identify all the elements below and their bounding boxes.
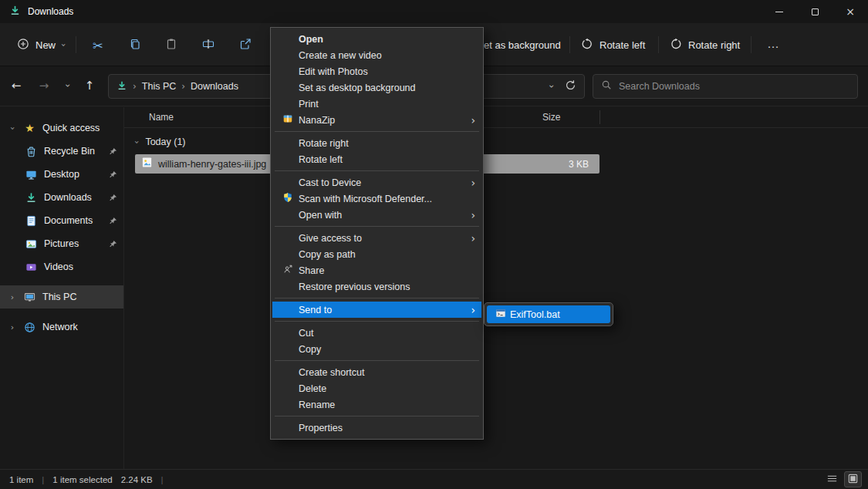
sidebar-item-quick-access[interactable]: › ★ Quick access xyxy=(0,116,123,140)
file-list-pane: Name Size › Today (1) william-henry-gate… xyxy=(123,107,868,469)
context-menu-item-open-with[interactable]: Open with › xyxy=(272,207,481,223)
breadcrumb-downloads[interactable]: Downloads xyxy=(191,81,238,92)
sidebar-item-label: This PC xyxy=(42,292,76,302)
group-header-today[interactable]: › Today (1) xyxy=(135,137,868,147)
search-input[interactable] xyxy=(619,81,849,92)
context-menu-item-print[interactable]: Print xyxy=(272,96,481,112)
chevron-down-icon: › xyxy=(8,123,18,133)
context-menu-item-share[interactable]: Share xyxy=(272,262,481,278)
toolbar-divider xyxy=(658,36,659,53)
sidebar-item-recycle-bin[interactable]: Recycle Bin xyxy=(0,140,123,163)
context-menu-item-set-as-desktop-background[interactable]: Set as desktop background xyxy=(272,79,481,96)
new-button-label: New xyxy=(35,39,56,51)
chevron-down-icon: › xyxy=(59,43,69,46)
context-menu-item-edit-with-photos[interactable]: Edit with Photos xyxy=(272,63,481,79)
submenu-arrow-icon: › xyxy=(471,233,475,244)
group-header-label: Today (1) xyxy=(145,137,185,147)
chevron-down-icon: › xyxy=(132,140,142,143)
status-item-count: 1 item xyxy=(9,475,33,484)
desktop-icon xyxy=(25,169,38,180)
minimize-button[interactable] xyxy=(762,0,797,23)
title-bar: Downloads × xyxy=(0,0,868,23)
context-menu-item-send-to[interactable]: Send to › xyxy=(272,302,481,318)
column-divider[interactable] xyxy=(599,110,600,124)
toolbar-divider xyxy=(76,36,76,53)
maximize-button[interactable] xyxy=(797,0,833,23)
rename-button[interactable] xyxy=(195,35,221,56)
documents-icon xyxy=(25,215,38,227)
this-pc-icon xyxy=(23,292,36,303)
context-menu-item-restore-previous-versions[interactable]: Restore previous versions xyxy=(272,278,481,295)
context-menu-item-give-access-to[interactable]: Give access to › xyxy=(272,230,481,246)
rotate-left-button[interactable]: Rotate left xyxy=(581,34,645,56)
menu-separator xyxy=(275,360,479,361)
sidebar-item-label: Documents xyxy=(44,215,93,226)
details-view-button[interactable] xyxy=(823,471,841,487)
new-icon xyxy=(17,38,29,52)
sidebar-item-this-pc[interactable]: › This PC xyxy=(0,285,123,309)
breadcrumb-this-pc[interactable]: This PC xyxy=(142,81,176,92)
forward-button[interactable]: → xyxy=(32,74,56,97)
set-as-background-label: et as background xyxy=(484,39,561,51)
recent-locations-button[interactable]: › xyxy=(56,74,79,97)
context-menu-item-rename[interactable]: Rename xyxy=(272,396,481,413)
context-menu-item-copy-as-path[interactable]: Copy as path xyxy=(272,246,481,262)
set-as-background-button[interactable]: et as background xyxy=(484,34,561,56)
pin-icon xyxy=(109,217,117,225)
context-menu-item-cut[interactable]: Cut xyxy=(272,325,481,341)
context-menu-item-rotate-left[interactable]: Rotate left xyxy=(272,151,481,167)
rotate-left-icon xyxy=(581,38,593,52)
context-menu-item-create-shortcut[interactable]: Create shortcut xyxy=(272,364,481,380)
sidebar-item-pictures[interactable]: Pictures xyxy=(0,232,123,255)
sidebar-item-network[interactable]: › Network xyxy=(0,315,123,339)
back-button[interactable]: ← xyxy=(5,74,28,97)
sidebar-item-videos[interactable]: Videos xyxy=(0,255,123,278)
share-button[interactable] xyxy=(232,35,258,56)
pin-icon xyxy=(109,194,117,202)
pin-icon xyxy=(109,170,117,179)
copy-button[interactable] xyxy=(122,35,148,56)
sidebar-item-label: Network xyxy=(42,322,78,332)
address-dropdown-icon[interactable]: › xyxy=(547,85,558,89)
minimize-icon xyxy=(775,12,783,12)
context-menu-item-cast-to-device[interactable]: Cast to Device › xyxy=(272,174,481,191)
close-button[interactable]: × xyxy=(833,0,868,23)
cut-icon: ✂ xyxy=(93,39,103,53)
menu-separator xyxy=(275,170,479,171)
up-button[interactable]: ↑ xyxy=(78,74,101,97)
context-menu-item-delete[interactable]: Delete xyxy=(272,380,481,396)
thumbnail-view-button[interactable] xyxy=(844,471,862,487)
more-options-button[interactable]: ··· xyxy=(760,35,786,56)
file-name: william-henry-gates-iii.jpg xyxy=(158,159,266,170)
menu-separator xyxy=(275,131,479,132)
refresh-button[interactable] xyxy=(565,79,576,93)
context-menu-item-create-a-new-video[interactable]: Create a new video xyxy=(272,47,481,63)
details-view-icon xyxy=(826,473,838,486)
context-menu-item-nanazip[interactable]: NanaZip › xyxy=(272,112,481,128)
sidebar-item-downloads[interactable]: Downloads xyxy=(0,186,123,209)
breadcrumb-chevron-icon: › xyxy=(133,81,137,92)
sidebar-item-documents[interactable]: Documents xyxy=(0,209,123,232)
column-header-name[interactable]: Name xyxy=(149,112,174,123)
context-menu-item-rotate-right[interactable]: Rotate right xyxy=(272,135,481,151)
paste-icon xyxy=(165,38,177,53)
context-menu-item-properties[interactable]: Properties xyxy=(272,420,481,436)
sidebar-item-desktop[interactable]: Desktop xyxy=(0,163,123,186)
column-header-size[interactable]: Size xyxy=(542,112,560,123)
recycle-bin-icon xyxy=(25,146,38,157)
new-button[interactable]: New › xyxy=(9,34,73,56)
context-menu-item-open[interactable]: Open xyxy=(272,31,481,47)
rotate-right-button[interactable]: Rotate right xyxy=(670,34,740,56)
column-header-row: Name Size xyxy=(124,107,868,128)
pin-icon xyxy=(109,147,117,156)
copy-icon xyxy=(129,38,141,53)
submenu-item-exiftool-bat[interactable]: ExifTool.bat xyxy=(487,305,610,323)
send-to-submenu: ExifTool.bat xyxy=(484,302,613,326)
menu-separator xyxy=(275,226,479,227)
context-menu-item-scan-with-microsoft-defender[interactable]: Scan with Microsoft Defender... xyxy=(272,191,481,207)
cut-button[interactable]: ✂ xyxy=(85,35,111,56)
paste-button[interactable] xyxy=(158,35,184,56)
context-menu-item-copy[interactable]: Copy xyxy=(272,341,481,357)
chevron-right-icon: › xyxy=(8,322,17,332)
star-icon: ★ xyxy=(23,122,36,134)
